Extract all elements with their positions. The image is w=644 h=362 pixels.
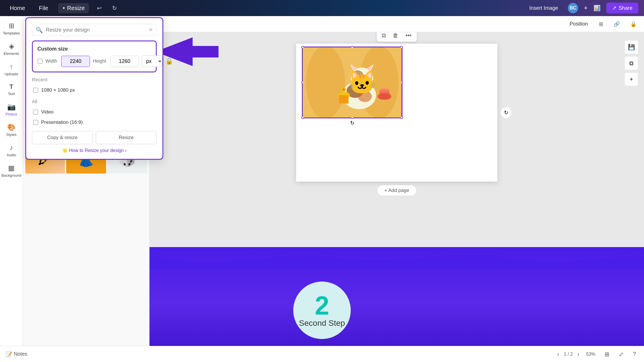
svg-line-19 — [351, 82, 359, 82]
canvas-toolbar: ⧉ 🗑 ••• — [377, 32, 417, 42]
left-sidebar: ⊞ Templates ◈ Elements ↑ Uploads T Text … — [0, 16, 23, 362]
prev-page-button[interactable]: ‹ — [557, 351, 559, 357]
lock-button[interactable]: 🔒 — [627, 19, 639, 29]
svg-point-13 — [356, 76, 361, 80]
grid-view-button[interactable]: ⊞ — [602, 350, 612, 359]
mosaic-button[interactable]: ⊞ — [596, 19, 606, 29]
fullscreen-button[interactable]: ⤢ — [616, 350, 626, 359]
sidebar-item-elements[interactable]: ◈ Elements — [1, 39, 22, 59]
svg-point-3 — [306, 47, 345, 118]
all-item-video[interactable]: Video — [32, 107, 157, 117]
sidebar-item-photos[interactable]: 📷 Photos — [1, 100, 22, 119]
sidebar-item-text[interactable]: T Text — [1, 80, 22, 99]
svg-line-20 — [365, 80, 373, 82]
canvas-frame: ↻ — [296, 44, 497, 182]
resize-search-close[interactable]: ✕ — [149, 27, 153, 33]
svg-point-22 — [352, 70, 363, 80]
sidebar-item-templates[interactable]: ⊞ Templates — [1, 19, 22, 38]
audio-icon: ♪ — [10, 144, 13, 152]
recent-section: Recent 1080 × 1080 px — [32, 77, 157, 95]
action-buttons: Copy & resize Resize — [32, 131, 157, 144]
resize-button[interactable]: Resize — [58, 3, 89, 13]
share-button[interactable]: ↗ Share — [606, 3, 638, 14]
all-section: All Video Presentation (16:9) — [32, 99, 157, 128]
svg-line-18 — [351, 80, 359, 82]
svg-line-21 — [365, 82, 373, 82]
templates-icon: ⊞ — [9, 22, 14, 30]
unit-select[interactable]: px cm mm in — [142, 55, 162, 67]
undo-button[interactable]: ↩ — [95, 3, 104, 13]
resize-only-button[interactable]: Resize — [96, 131, 157, 144]
analytics-button[interactable]: 📊 — [593, 5, 601, 11]
sidebar-item-audio[interactable]: ♪ Audio — [1, 141, 22, 160]
svg-point-15 — [358, 77, 359, 78]
recent-item-1[interactable]: 1080 × 1080 px — [32, 85, 157, 95]
share-icon: ↗ — [612, 5, 616, 11]
canvas-refresh-button[interactable]: ↻ — [500, 107, 512, 118]
svg-marker-17 — [361, 80, 363, 81]
resize-search-input[interactable] — [46, 27, 146, 33]
dimension-row: Width Height px cm mm in 🔒 — [37, 55, 151, 67]
cat-image — [303, 47, 402, 118]
photos-icon: 📷 — [7, 103, 16, 111]
insert-image-button[interactable]: Insert Image — [525, 3, 562, 13]
add-page-button[interactable]: + — [624, 72, 638, 86]
zoom-level: 53% — [584, 352, 598, 357]
canvas-more-button[interactable]: ••• — [403, 32, 414, 40]
background-icon: ▦ — [8, 164, 15, 172]
video-checkbox[interactable] — [33, 109, 38, 115]
canvas-delete-button[interactable]: 🗑 — [390, 32, 401, 40]
selected-image-container[interactable]: ↻ — [302, 47, 402, 118]
add-page-button-canvas[interactable]: + Add page — [377, 185, 417, 196]
rotate-handle[interactable]: ↻ — [350, 120, 354, 126]
avatar-button[interactable]: BC — [568, 3, 578, 13]
recent-item-checkbox[interactable] — [33, 88, 38, 93]
svg-point-5 — [342, 81, 376, 109]
elements-icon: ◈ — [9, 42, 14, 50]
next-page-button[interactable]: › — [577, 351, 579, 357]
width-checkbox[interactable] — [37, 59, 43, 64]
help-button[interactable]: ? — [630, 350, 638, 359]
duplicate-page-button[interactable]: ⧉ — [624, 56, 638, 70]
width-input[interactable] — [61, 56, 90, 67]
resize-search-bar: 🔍 ✕ — [32, 24, 157, 36]
svg-rect-24 — [339, 95, 348, 103]
arrow-annotation — [155, 37, 218, 67]
sidebar-item-styles[interactable]: 🎨 Styles — [1, 120, 22, 140]
height-input[interactable] — [110, 56, 139, 67]
resize-search-icon: 🔍 — [36, 26, 43, 33]
svg-point-7 — [358, 91, 372, 102]
position-button[interactable]: Position — [566, 19, 591, 29]
page-indicator: 1 / 2 — [564, 352, 573, 357]
sidebar-item-uploads[interactable]: ↑ Uploads — [1, 60, 22, 79]
canvas-copy-button[interactable]: ⧉ — [379, 32, 388, 40]
aspect-lock-button[interactable]: 🔒 — [165, 57, 173, 65]
resize-dialog: 🔍 ✕ Custom size Width Height px cm mm in… — [25, 17, 163, 160]
custom-size-title: Custom size — [37, 46, 151, 52]
copy-resize-button[interactable]: Copy & resize — [32, 131, 93, 144]
custom-size-box: Custom size Width Height px cm mm in 🔒 — [32, 41, 157, 72]
sidebar-item-background[interactable]: ▦ Background — [1, 161, 22, 180]
save-to-folder-button[interactable]: 💾 — [624, 40, 638, 54]
svg-point-29 — [379, 88, 390, 93]
redo-button[interactable]: ↻ — [110, 3, 119, 13]
notes-icon: 📝 — [6, 351, 12, 357]
svg-marker-1 — [155, 37, 218, 66]
presentation-checkbox[interactable] — [33, 120, 38, 125]
how-to-resize-link[interactable]: 🌟 How to Resize your design › — [32, 148, 157, 153]
styles-icon: 🎨 — [7, 123, 16, 131]
all-item-presentation[interactable]: Presentation (16:9) — [32, 117, 157, 128]
home-button[interactable]: Home — [6, 3, 29, 13]
notes-button[interactable]: 📝 Notes — [6, 351, 27, 357]
bottom-bar: 📝 Notes ‹ 1 / 2 › 53% ⊞ ⤢ ? — [0, 346, 644, 362]
svg-point-26 — [343, 88, 345, 90]
add-collaborator-button[interactable]: + — [584, 4, 588, 12]
svg-point-14 — [364, 76, 368, 80]
step-circle: 2 Second Step — [293, 282, 351, 339]
top-navigation: Home File Resize ↩ ↻ Insert Image BC + 📊… — [0, 0, 644, 16]
canvas-wrapper: ⧉ 🗑 ••• ↻ — [296, 44, 497, 182]
file-button[interactable]: File — [35, 3, 52, 13]
text-icon: T — [9, 83, 13, 90]
link-button[interactable]: 🔗 — [611, 19, 623, 29]
svg-point-16 — [365, 77, 367, 78]
